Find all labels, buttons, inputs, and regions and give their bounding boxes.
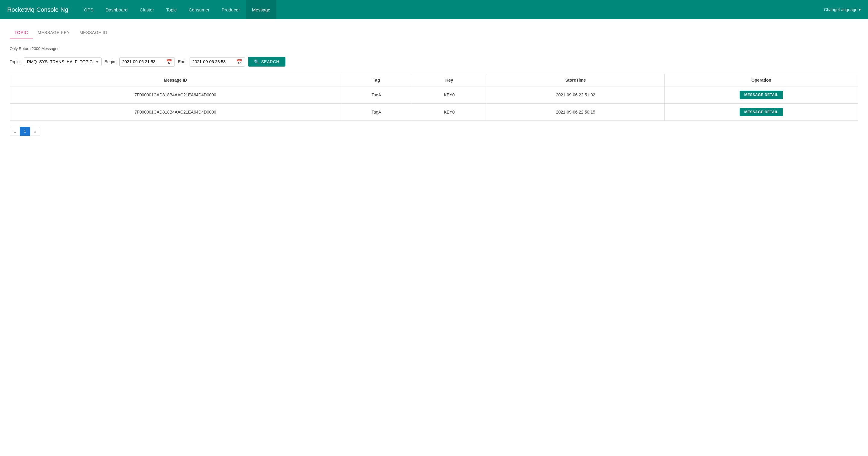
cell-store-time: 2021-09-06 22:51:02 <box>487 87 664 104</box>
col-header-tag: Tag <box>341 74 412 87</box>
app-brand: RocketMq-Console-Ng <box>7 6 68 13</box>
navbar-link-cluster[interactable]: Cluster <box>133 0 160 19</box>
messages-table: Message ID Tag Key StoreTime Operation 7… <box>10 74 858 121</box>
table-row: 7F000001CAD818B4AAC21EA64D4D0000 TagA KE… <box>10 104 858 121</box>
cell-store-time: 2021-09-06 22:50:15 <box>487 104 664 121</box>
current-page-button[interactable]: 1 <box>20 127 30 136</box>
cell-operation: MESSAGE DETAIL <box>664 87 858 104</box>
cell-message-id: 7F000001CAD818B4AAC21EA64D4D0000 <box>10 87 341 104</box>
tab-topic[interactable]: TOPIC <box>10 27 33 39</box>
cell-operation: MESSAGE DETAIL <box>664 104 858 121</box>
cell-message-id: 7F000001CAD818B4AAC21EA64D4D0000 <box>10 104 341 121</box>
next-page-button[interactable]: » <box>30 127 40 136</box>
col-header-store-time: StoreTime <box>487 74 664 87</box>
navbar-link-message[interactable]: Message <box>246 0 276 19</box>
table-row: 7F000001CAD818B4AAC21EA64D4D0000 TagA KE… <box>10 87 858 104</box>
end-calendar-icon[interactable]: 📅 <box>236 59 242 65</box>
tab-message-key[interactable]: MESSAGE KEY <box>33 27 75 39</box>
begin-label: Begin: <box>104 59 117 64</box>
message-detail-button[interactable]: MESSAGE DETAIL <box>740 91 783 99</box>
navbar-link-ops[interactable]: OPS <box>78 0 99 19</box>
search-icon: 🔍 <box>254 59 259 64</box>
col-header-key: Key <box>412 74 487 87</box>
topic-label: Topic: <box>10 59 21 64</box>
tabs-bar: TOPIC MESSAGE KEY MESSAGE ID <box>10 27 858 39</box>
main-content: TOPIC MESSAGE KEY MESSAGE ID Only Return… <box>0 19 868 143</box>
col-header-message-id: Message ID <box>10 74 341 87</box>
pagination: « 1 » <box>10 127 858 136</box>
change-language-button[interactable]: ChangeLanguage ▾ <box>824 7 861 12</box>
cell-key: KEY0 <box>412 104 487 121</box>
end-label: End: <box>178 59 187 64</box>
begin-date-input[interactable] <box>122 59 164 64</box>
tab-message-id[interactable]: MESSAGE ID <box>75 27 112 39</box>
search-button[interactable]: 🔍 SEARCH <box>248 57 285 67</box>
topic-select[interactable]: RMQ_SYS_TRANS_HALF_TOPIC <box>24 57 101 66</box>
cell-tag: TagA <box>341 104 412 121</box>
navbar-link-consumer[interactable]: Consumer <box>183 0 216 19</box>
search-form: Topic: RMQ_SYS_TRANS_HALF_TOPIC Begin: 📅… <box>10 57 858 67</box>
navbar-link-producer[interactable]: Producer <box>216 0 246 19</box>
begin-calendar-icon[interactable]: 📅 <box>166 59 172 65</box>
navbar-link-dashboard[interactable]: Dashboard <box>99 0 133 19</box>
message-detail-button[interactable]: MESSAGE DETAIL <box>740 108 783 116</box>
cell-tag: TagA <box>341 87 412 104</box>
prev-page-button[interactable]: « <box>10 127 20 136</box>
end-date-input[interactable] <box>192 59 235 64</box>
begin-date-input-wrap: 📅 <box>119 57 175 67</box>
col-header-operation: Operation <box>664 74 858 87</box>
search-button-label: SEARCH <box>261 59 279 64</box>
navbar: RocketMq-Console-Ng OPS Dashboard Cluste… <box>0 0 868 19</box>
notice-text: Only Return 2000 Messages <box>10 46 858 51</box>
navbar-link-topic[interactable]: Topic <box>160 0 183 19</box>
cell-key: KEY0 <box>412 87 487 104</box>
navbar-links: OPS Dashboard Cluster Topic Consumer Pro… <box>78 0 824 19</box>
end-date-input-wrap: 📅 <box>190 57 245 67</box>
